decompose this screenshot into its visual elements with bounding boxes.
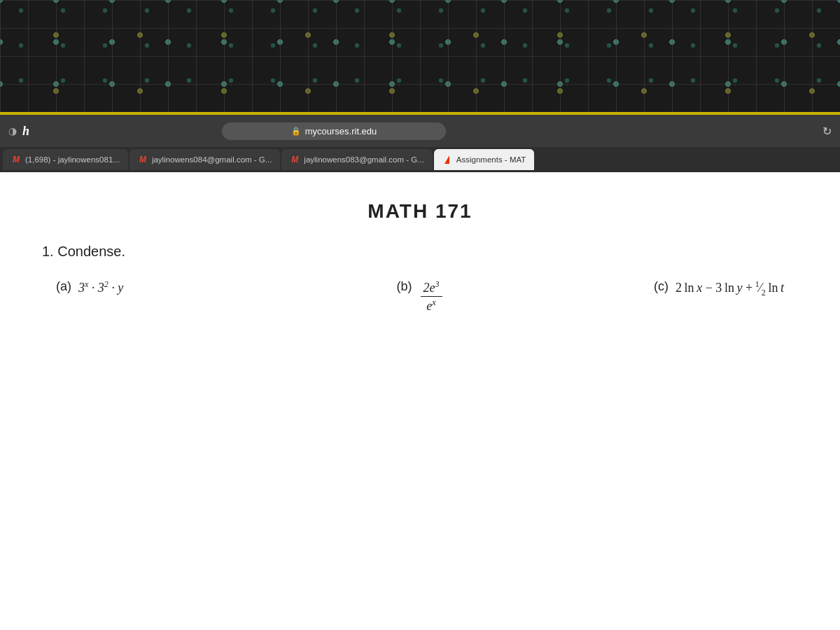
page-title: MATH 171 [42,200,798,223]
tab-gmail-083[interactable]: M jaylinowens083@gmail.com - G... [281,149,432,170]
paper-content: MATH 171 1. Condense. (a) 3x · 32 · y (b… [0,172,840,630]
part-a-label: (a) [56,279,71,294]
shield-icon: ◑ [8,125,17,136]
tab-assignments[interactable]: Assignments - MAT [434,149,534,170]
tabs-bar: M (1,698) - jaylinowens081... M jaylinow… [0,147,840,172]
fraction-numerator: 2e3 [421,279,442,297]
address-bar[interactable]: 🔒 mycourses.rit.edu [222,122,446,140]
history-icon: h [22,124,29,139]
problem-section: 1. Condense. (a) 3x · 32 · y (b) 2e3 [42,244,798,314]
tab-label-assignments: Assignments - MAT [456,155,526,164]
part-c-expr: 2 ln x − 3 ln y + 1⁄2 ln t [676,279,784,298]
lock-icon: 🔒 [291,127,301,136]
gmail-favicon-081: M [11,155,21,164]
main-content: MATH 171 1. Condense. (a) 3x · 32 · y (b… [0,172,840,630]
problem-text: Condense. [57,244,125,259]
triangle-favicon [442,155,452,164]
browser-controls: ◑ h [8,124,29,139]
tab-label-gmail-084: jaylinowens084@gmail.com - G... [152,155,272,164]
gmail-favicon-083: M [290,155,300,164]
tab-gmail-084[interactable]: M jaylinowens084@gmail.com - G... [130,149,280,170]
gmail-favicon-084: M [138,155,148,164]
url-text: mycourses.rit.edu [305,126,377,136]
tab-gmail-081[interactable]: M (1,698) - jaylinowens081... [3,149,128,170]
part-b-expr: 2e3 ex [419,279,444,314]
problem-intro: 1. Condense. [42,244,798,260]
problem-number: 1. [42,244,57,259]
part-b-label: (b) [397,279,412,294]
fraction-expr: 2e3 ex [421,279,442,314]
browser-chrome: ◑ h 🔒 mycourses.rit.edu ↻ [0,115,840,147]
problem-parts: (a) 3x · 32 · y (b) 2e3 ex [42,279,798,314]
part-c-label: (c) [654,279,668,294]
grid-overlay [0,0,840,112]
refresh-button[interactable]: ↻ [822,125,832,138]
part-a: (a) 3x · 32 · y [56,279,299,295]
part-c: (c) 2 ln x − 3 ln y + 1⁄2 ln t [541,279,784,298]
tab-label-gmail-083: jaylinowens083@gmail.com - G... [304,155,424,164]
decorative-background [0,0,840,112]
fraction-denominator: ex [424,297,438,314]
part-b: (b) 2e3 ex [299,279,542,314]
tab-label-gmail-081: (1,698) - jaylinowens081... [25,155,120,164]
part-a-expr: 3x · 32 · y [78,279,123,295]
